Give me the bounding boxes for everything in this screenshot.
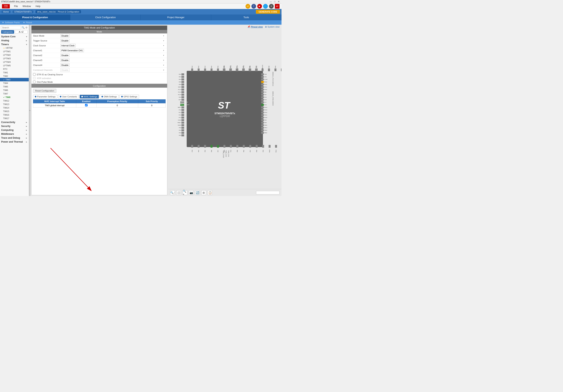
select-channel3[interactable]: Disable: [60, 58, 70, 62]
tab-project-manager[interactable]: Project Manager: [141, 14, 211, 20]
sidebar-item-tim14[interactable]: TIM14: [0, 106, 29, 110]
close-btn[interactable]: ✕: [277, 0, 280, 3]
youtube-icon[interactable]: ▶: [257, 4, 262, 9]
sidebar-item-tim8[interactable]: ✓ TIM8: [0, 95, 29, 99]
rotate-button[interactable]: 🔄: [195, 190, 200, 195]
sidebar-item-tim17[interactable]: TIM17: [0, 117, 29, 120]
nvic-enabled-checkbox[interactable]: [85, 104, 88, 106]
sidebar-section-system-core[interactable]: System Core ▼: [0, 34, 29, 38]
breadcrumb-file[interactable]: dma_wave_new.ioc - Pinout & Configuratio…: [36, 10, 81, 13]
select-clock-source[interactable]: Internal Clock: [60, 44, 76, 47]
tab-dma-settings[interactable]: DMA Settings: [100, 95, 119, 99]
sidebar-item-lptim1[interactable]: LPTIM1: [0, 50, 29, 53]
checkbox-one-pulse[interactable]: [33, 81, 36, 83]
sidebar-section-connectivity[interactable]: Connectivity ►: [0, 120, 29, 124]
sidebar-item-tim13[interactable]: TIM13: [0, 103, 29, 106]
collapse-arrow-analog: ►: [26, 39, 27, 42]
select-channel4[interactable]: Disable: [60, 63, 70, 67]
search-icon[interactable]: 🔍: [22, 26, 25, 29]
zoom-in-button[interactable]: 🔍+: [183, 190, 187, 195]
generate-code-button[interactable]: GENERATE CODE: [256, 10, 280, 14]
maximize-btn[interactable]: □: [273, 0, 276, 3]
sidebar-item-lptim2[interactable]: LPTIM2: [0, 53, 29, 57]
sidebar-item-lptim4[interactable]: LPTIM4: [0, 60, 29, 64]
sidebar-tab-categories[interactable]: Categories: [1, 30, 14, 34]
checkbox-etr[interactable]: [33, 73, 36, 76]
list-button[interactable]: 📋: [208, 190, 212, 195]
export-button[interactable]: 📷: [189, 190, 193, 195]
tab-parameter-settings[interactable]: Parameter Settings: [33, 95, 57, 99]
select-trigger-source[interactable]: Disable: [60, 39, 70, 42]
tab-nvic-settings[interactable]: NVIC Settings: [79, 95, 99, 99]
pinout-view-toggle[interactable]: 📌 Pinout view: [247, 26, 263, 28]
checkbox-row-xor: XOR activation: [31, 76, 167, 80]
chip-search-input[interactable]: [256, 191, 280, 195]
twitter-icon[interactable]: 🐦: [263, 4, 268, 9]
subtab-software-packs[interactable]: ▼ Software Packs: [2, 21, 20, 24]
sidebar-section-analog[interactable]: Analog ►: [0, 38, 29, 42]
sidebar-item-tim12[interactable]: TIM12: [0, 99, 29, 103]
sidebar-item-tim6[interactable]: TIM6: [0, 88, 29, 92]
select-channel1[interactable]: PWM Generation CH1: [60, 49, 84, 52]
label-trigger-source: Trigger Source: [33, 39, 60, 42]
title-bar: STM32CubeMX dma_wave_new.ioc*: STM32H750…: [0, 0, 282, 3]
select-channel1-wrapper: PWM Generation CH1: [60, 49, 166, 52]
menu-file[interactable]: File: [12, 4, 20, 8]
network-icon[interactable]: ✦: [269, 4, 274, 9]
sidebar-item-tim15[interactable]: TIM15: [0, 110, 29, 113]
st-logo[interactable]: ST: [275, 4, 280, 9]
window-controls[interactable]: — □ ✕: [269, 0, 280, 3]
sidebar-item-tim5[interactable]: TIM5: [0, 85, 29, 88]
fit-view-button[interactable]: ⬜: [176, 190, 181, 195]
breadcrumb-home[interactable]: Home: [1, 10, 10, 13]
sidebar-item-tim3[interactable]: ✓ TIM3: [0, 78, 29, 81]
icon-circle-1[interactable]: 10°: [245, 4, 250, 9]
nvic-interrupt-table: NVIC Interrupt Table Enabled Preemption …: [33, 99, 166, 108]
chip-package-label: LQFP100: [220, 115, 230, 118]
menu-help[interactable]: Help: [34, 4, 42, 8]
sidebar-item-rtc[interactable]: RTC: [0, 67, 29, 71]
sidebar-tab-az[interactable]: A->Z: [15, 30, 28, 34]
sidebar-item-tim1[interactable]: TIM1: [0, 71, 29, 74]
subtab-pinout[interactable]: ▼ Pinout: [23, 21, 32, 24]
reset-configuration-button[interactable]: Reset Configuration: [33, 89, 56, 93]
select-slave-mode[interactable]: Disable: [60, 34, 70, 38]
grid-button[interactable]: ⊞: [201, 190, 206, 195]
tab-pinout-config[interactable]: Pinout & Configuration: [0, 14, 70, 20]
menu-window[interactable]: Window: [21, 4, 33, 8]
sidebar-section-computing[interactable]: Computing ►: [0, 128, 29, 132]
select-channel2[interactable]: Disable: [60, 53, 70, 57]
tab-clock-config[interactable]: Clock Configuration: [70, 14, 141, 20]
sidebar: 🔍 ⚙ Categories A->Z System Core ▼ Analog…: [0, 25, 29, 196]
tab-user-constants[interactable]: User Constants: [58, 95, 79, 99]
sidebar-item-tim2[interactable]: TIM2: [0, 74, 29, 78]
sidebar-item-tim4[interactable]: TIM4: [0, 81, 29, 85]
breadcrumb-device[interactable]: STM32H750VBTx: [13, 10, 33, 13]
sidebar-section-timers[interactable]: Timers ▼: [0, 42, 29, 46]
tab-tools[interactable]: Tools: [211, 14, 282, 20]
sidebar-collapse-handle[interactable]: ◄: [29, 25, 30, 196]
sidebar-section-middleware[interactable]: Middleware ►: [0, 132, 29, 136]
breadcrumb-bar: Home › STM32H750VBTx › dma_wave_new.ioc …: [0, 9, 282, 14]
sidebar-item-tim16[interactable]: TIM16: [0, 113, 29, 117]
sidebar-item-tim7[interactable]: TIM7: [0, 92, 29, 95]
collapse-arrow-middleware: ►: [26, 133, 27, 135]
nvic-row-enabled[interactable]: [76, 103, 97, 108]
search-input[interactable]: [1, 26, 21, 29]
sidebar-section-security[interactable]: Security ►: [0, 124, 29, 128]
sidebar-item-lptim3[interactable]: LPTIM3: [0, 57, 29, 60]
sidebar-section-power-thermal[interactable]: Power and Thermal ►: [0, 140, 29, 144]
zoom-out-button[interactable]: 🔍-: [170, 190, 175, 195]
sidebar-item-lptim5[interactable]: LPTIM5: [0, 64, 29, 67]
facebook-icon[interactable]: f: [251, 4, 256, 9]
table-row: TIM3 global interrupt 0 0: [33, 103, 166, 108]
tab-gpio-settings[interactable]: GPIO Settings: [119, 95, 139, 99]
checkbox-xor[interactable]: [33, 77, 36, 79]
sidebar-section-trace-debug[interactable]: Trace and Debug ►: [0, 136, 29, 140]
sidebar-item-hrtim[interactable]: ⚠ HRTIM: [0, 46, 29, 50]
system-view-toggle[interactable]: 🖥 System view: [265, 26, 280, 28]
select-combined-channels[interactable]: Disable: [60, 68, 70, 72]
settings-icon[interactable]: ⚙: [26, 26, 27, 29]
body-layout: 🔍 ⚙ Categories A->Z System Core ▼ Analog…: [0, 25, 282, 196]
minimize-btn[interactable]: —: [269, 0, 272, 3]
